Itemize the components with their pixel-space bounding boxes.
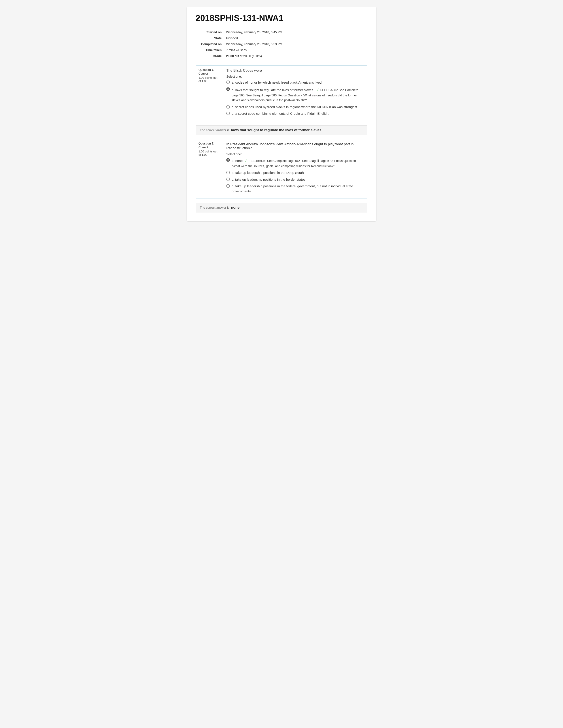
grade-value: 20.00: [226, 54, 234, 58]
option-row-2-c: c. take up leadership positions in the b…: [226, 177, 363, 182]
started-on-label: Started on: [195, 29, 224, 35]
grade-label: Grade: [195, 53, 224, 59]
page-title: 2018SPHIS-131-NWA1: [195, 13, 368, 23]
correct-answer-label-1: The correct answer is:: [200, 128, 231, 132]
correct-answer-value-1: laws that sought to regulate the lives o…: [231, 128, 322, 132]
question-block-2: Question 2 Correct 1.00 points out of 1.…: [195, 139, 368, 199]
question-sidebar-1: Question 1 Correct 1.00 points out of 1.…: [196, 66, 222, 121]
q-label-2: Question 2: [198, 141, 219, 145]
option-row-2-b: b. take up leadership positions in the D…: [226, 170, 363, 175]
info-table: Started on Wednesday, February 28, 2018,…: [195, 29, 368, 59]
question-text-2: In President Andrew Johnson's view, Afri…: [226, 142, 363, 150]
q-status-1: Correct: [198, 72, 219, 75]
questions-container: Question 1 Correct 1.00 points out of 1.…: [195, 65, 368, 212]
question-body-1: The Black Codes wereSelect one:a. codes …: [222, 66, 367, 121]
option-text-1-c: c. secret codes used by freed blacks in …: [231, 105, 363, 110]
question-sidebar-2: Question 2 Correct 1.00 points out of 1.…: [196, 139, 222, 199]
started-on-value: Wednesday, February 28, 2018, 6:45 PM: [224, 29, 368, 35]
option-row-1-c: c. secret codes used by freed blacks in …: [226, 105, 363, 110]
info-row-completed: Completed on Wednesday, February 28, 201…: [195, 41, 368, 47]
q-status-2: Correct: [198, 146, 219, 149]
option-text-2-b: b. take up leadership positions in the D…: [231, 170, 363, 175]
feedback-block-2: The correct answer is: none: [195, 203, 368, 212]
info-row-state: State Finished: [195, 35, 368, 41]
checkmark-icon: ✓: [316, 88, 320, 92]
question-block-1: Question 1 Correct 1.00 points out of 1.…: [195, 65, 368, 121]
select-one-label-1: Select one:: [226, 75, 363, 78]
option-row-2-a: a. none ✓ FEEDBACK: See Complete page 56…: [226, 158, 363, 169]
radio-2-a[interactable]: [226, 158, 230, 162]
radio-2-c[interactable]: [226, 178, 230, 181]
time-taken-label: Time taken: [195, 47, 224, 53]
correct-answer-value-2: none: [231, 206, 239, 209]
checkmark-icon: ✓: [244, 158, 248, 163]
option-text-1-a: a. codes of honor by which newly freed b…: [231, 80, 363, 85]
page-container: 2018SPHIS-131-NWA1 Started on Wednesday,…: [186, 7, 377, 221]
info-row-grade: Grade 20.00 out of 20.00 (100%): [195, 53, 368, 59]
option-row-1-d: d. a secret code combining elements of C…: [226, 111, 363, 116]
completed-on-label: Completed on: [195, 41, 224, 47]
option-row-2-d: d. take up leadership positions in the f…: [226, 184, 363, 194]
time-taken-value: 7 mins 41 secs: [224, 47, 368, 53]
info-row-time: Time taken 7 mins 41 secs: [195, 47, 368, 53]
radio-1-c[interactable]: [226, 105, 230, 109]
option-text-2-c: c. take up leadership positions in the b…: [231, 177, 363, 182]
feedback-block-1: The correct answer is: laws that sought …: [195, 125, 368, 135]
grade-suffix: out of 20.00 (: [234, 54, 253, 58]
radio-2-b[interactable]: [226, 171, 230, 174]
grade-pct: 100%: [253, 54, 261, 58]
question-body-2: In President Andrew Johnson's view, Afri…: [222, 139, 367, 199]
correct-answer-label-2: The correct answer is:: [200, 206, 231, 209]
state-value: Finished: [224, 35, 368, 41]
option-row-1-b: b. laws that sought to regulate the live…: [226, 87, 363, 103]
select-one-label-2: Select one:: [226, 152, 363, 156]
completed-on-value: Wednesday, February 28, 2018, 6:53 PM: [224, 41, 368, 47]
option-text-1-b: b. laws that sought to regulate the live…: [231, 87, 363, 103]
state-label: State: [195, 35, 224, 41]
grade-suffix2: ): [261, 54, 262, 58]
q-points-2: 1.00 points out of 1.00: [198, 150, 219, 156]
radio-1-d[interactable]: [226, 112, 230, 115]
q-label-1: Question 1: [198, 68, 219, 71]
radio-2-d[interactable]: [226, 184, 230, 188]
option-text-2-d: d. take up leadership positions in the f…: [231, 184, 363, 194]
radio-1-a[interactable]: [226, 81, 230, 84]
question-text-1: The Black Codes were: [226, 69, 363, 73]
grade-cell: 20.00 out of 20.00 (100%): [224, 53, 368, 59]
radio-1-b[interactable]: [226, 87, 230, 91]
info-row-started: Started on Wednesday, February 28, 2018,…: [195, 29, 368, 35]
option-text-2-a: a. none ✓ FEEDBACK: See Complete page 56…: [231, 158, 363, 169]
option-text-1-d: d. a secret code combining elements of C…: [231, 111, 363, 116]
q-points-1: 1.00 points out of 1.00: [198, 76, 219, 83]
option-row-1-a: a. codes of honor by which newly freed b…: [226, 80, 363, 85]
